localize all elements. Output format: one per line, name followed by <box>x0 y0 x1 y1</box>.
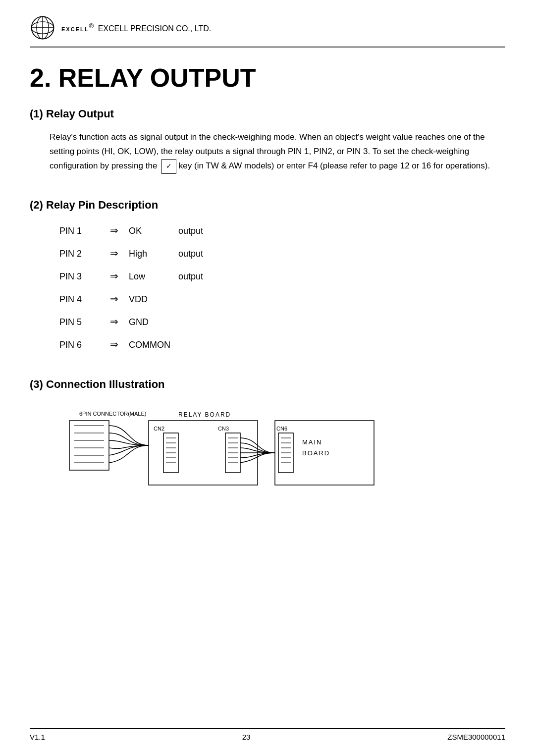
page-title: 2. RELAY OUTPUT <box>30 63 505 93</box>
footer: V1.1 23 ZSME300000011 <box>30 728 505 741</box>
wire-bundle-left <box>109 426 149 445</box>
section-1-heading: (1) Relay Output <box>30 108 505 120</box>
pin-row-5: PIN 5 ⇒ GND <box>59 313 505 330</box>
pin-2-label: PIN 2 <box>59 246 99 262</box>
section-relay-output: (1) Relay Output Relay's function acts a… <box>30 108 505 174</box>
pin-2-desc: output <box>178 246 203 262</box>
section-2-heading: (2) Relay Pin Description <box>30 199 505 212</box>
section-1-body: Relay's function acts as signal output i… <box>50 130 505 174</box>
relay-board-label: RELAY BOARD <box>178 411 231 418</box>
excell-logo-icon <box>30 15 55 41</box>
company-full-name: EXCELL PRECISION CO., LTD. <box>98 24 212 33</box>
pin-row-6: PIN 6 ⇒ COMMON <box>59 335 505 353</box>
pin-5-label: PIN 5 <box>59 314 99 330</box>
pin-3-label: PIN 3 <box>59 269 99 284</box>
pin-4-label: PIN 4 <box>59 291 99 307</box>
section-3-heading: (3) Connection Illustration <box>30 378 505 391</box>
pin-3-desc: output <box>178 269 203 284</box>
pin-1-arrow: ⇒ <box>99 221 129 239</box>
cn3-label: CN3 <box>218 426 229 432</box>
logo-container: EXCELL® EXCELL PRECISION CO., LTD. <box>30 15 211 41</box>
footer-page-number: 23 <box>242 733 251 741</box>
pin-5-name: GND <box>129 314 178 330</box>
pin-1-label: PIN 1 <box>59 223 99 239</box>
pin-row-1: PIN 1 ⇒ OK output <box>59 221 505 239</box>
illustration-container: 6PIN CONNECTOR(MALE) <box>50 406 505 505</box>
key-icon: ✓ <box>161 159 176 174</box>
pin-4-arrow: ⇒ <box>99 290 129 308</box>
connection-diagram: 6PIN CONNECTOR(MALE) <box>50 406 476 505</box>
connector-label: 6PIN CONNECTOR(MALE) <box>79 411 146 417</box>
pin-1-desc: output <box>178 223 203 239</box>
pin-2-arrow: ⇒ <box>99 244 129 262</box>
excell-label: EXCELL <box>61 26 89 32</box>
pin-1-name: OK <box>129 223 178 239</box>
cn2-label: CN2 <box>154 426 164 432</box>
main-board-text-main: MAIN <box>302 438 322 446</box>
pin-table: PIN 1 ⇒ OK output PIN 2 ⇒ High output PI… <box>59 221 505 353</box>
company-name-block: EXCELL® EXCELL PRECISION CO., LTD. <box>61 22 211 33</box>
footer-version: V1.1 <box>30 733 45 741</box>
pin-row-4: PIN 4 ⇒ VDD <box>59 290 505 308</box>
pin-6-arrow: ⇒ <box>99 335 129 353</box>
pin-2-name: High <box>129 246 178 262</box>
pin-3-arrow: ⇒ <box>99 267 129 285</box>
section-relay-pin-description: (2) Relay Pin Description PIN 1 ⇒ OK out… <box>30 199 505 353</box>
pin-5-arrow: ⇒ <box>99 313 129 330</box>
pin-3-name: Low <box>129 269 178 284</box>
header: EXCELL® EXCELL PRECISION CO., LTD. <box>30 15 505 48</box>
pin-row-3: PIN 3 ⇒ Low output <box>59 267 505 285</box>
section-connection-illustration: (3) Connection Illustration 6PIN CONNECT… <box>30 378 505 505</box>
pin-row-2: PIN 2 ⇒ High output <box>59 244 505 262</box>
pin-4-name: VDD <box>129 291 178 307</box>
registered-mark: ® <box>89 22 94 30</box>
pin-6-label: PIN 6 <box>59 337 99 353</box>
pin-6-name: COMMON <box>129 337 208 353</box>
main-board-text-board: BOARD <box>302 449 330 457</box>
footer-doc-number: ZSME300000011 <box>447 733 505 741</box>
page-container: EXCELL® EXCELL PRECISION CO., LTD. 2. RE… <box>0 0 535 756</box>
cn6-label: CN6 <box>276 426 287 432</box>
